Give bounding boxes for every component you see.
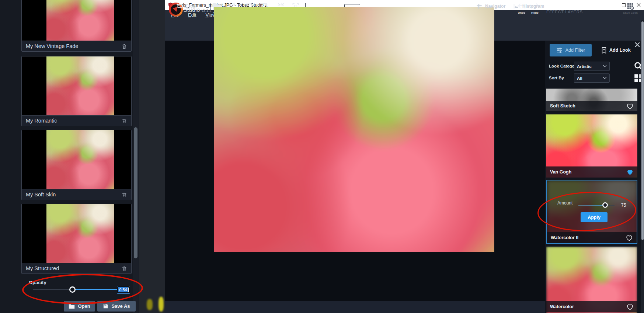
trash-icon[interactable] — [121, 43, 127, 49]
amount-value: 75 — [621, 203, 626, 208]
screen: My New Vintage Fade My Romantic My Soft … — [0, 0, 644, 313]
look-name: Watercolor — [550, 304, 574, 309]
preset-thumbnail[interactable] — [22, 204, 131, 263]
crop-icon — [176, 3, 182, 9]
look-name: Van Gogh — [550, 169, 571, 175]
add-filter-button[interactable]: Add Filter — [550, 44, 592, 56]
navigator-button[interactable]: Navigator — [476, 0, 505, 12]
look-name: Watercolor II — [551, 235, 578, 240]
my-looks-panel: My New Vintage Fade My Romantic My Soft … — [0, 0, 139, 313]
preset-name: My Soft Skin — [26, 192, 56, 197]
preset-card[interactable]: My New Vintage Fade — [21, 0, 132, 52]
save-look-button[interactable]: Save Look — [621, 3, 640, 14]
add-look-label: Add Look — [609, 48, 631, 53]
histogram-button[interactable]: Histogram — [513, 0, 544, 12]
amount-label: Amount — [557, 200, 572, 206]
preset-thumbnail[interactable] — [22, 56, 131, 116]
add-filter-label: Add Filter — [565, 48, 585, 53]
look-item-watercolor-ii[interactable]: Amount 75 Apply Watercolor II — [546, 180, 637, 244]
background-artifact — [147, 299, 153, 310]
background-artifact — [159, 297, 164, 312]
preset-name: My Structured — [26, 265, 59, 271]
heart-icon[interactable] — [626, 303, 634, 310]
apply-label: Apply — [588, 215, 601, 220]
opacity-value-text: 0.54 — [118, 287, 128, 292]
chevron-down-icon — [603, 77, 607, 79]
topaz-studio-window: Paris_Farmers_market.JPG - Topaz Studio … — [165, 0, 644, 313]
heart-icon[interactable] — [626, 103, 634, 109]
save-disk-icon — [103, 303, 108, 309]
preset-thumbnail[interactable] — [22, 130, 131, 189]
bottom-bar: Crop Navigator Histogram — [165, 301, 545, 313]
canvas-area[interactable] — [165, 41, 545, 301]
look-category-value: Artistic — [577, 64, 592, 69]
heart-filled-icon[interactable] — [626, 169, 634, 175]
preset-thumbnail[interactable] — [22, 0, 131, 41]
preset-card[interactable]: My Romantic — [21, 56, 132, 126]
panel-close-button[interactable] — [635, 42, 641, 48]
opacity-slider-track[interactable] — [33, 289, 72, 290]
folder-icon — [69, 304, 75, 309]
histogram-label: Histogram — [522, 4, 544, 9]
save-look-label: Save Look — [623, 11, 638, 14]
desktop-background — [139, 0, 165, 313]
close-icon — [635, 42, 640, 47]
amount-slider-fill[interactable] — [578, 205, 605, 206]
preset-name: My Romantic — [26, 118, 57, 124]
minimize-button[interactable] — [601, 0, 613, 10]
open-button[interactable]: Open — [64, 301, 95, 312]
trash-icon[interactable] — [121, 192, 127, 198]
left-panel-scrollbar-thumb[interactable] — [134, 127, 137, 258]
look-category-dropdown[interactable]: Artistic — [574, 62, 610, 71]
look-item-van-gogh[interactable]: Van Gogh — [546, 114, 637, 178]
canvas-image[interactable] — [214, 41, 494, 252]
preset-card[interactable]: My Structured — [21, 204, 132, 274]
effect-layers-title: EFFECT LAYERS — [546, 10, 583, 14]
navigator-label: Navigator — [485, 4, 505, 9]
sort-by-dropdown[interactable]: All — [574, 73, 610, 83]
save-look-icon — [626, 3, 634, 10]
save-as-button[interactable]: Save As — [97, 301, 136, 312]
apples-thumbnail-image — [46, 0, 114, 41]
preset-card[interactable]: My Soft Skin — [21, 130, 132, 200]
apples-photo — [214, 41, 494, 252]
opacity-value-input[interactable]: 0.54 — [117, 286, 130, 294]
preset-name: My New Vintage Fade — [26, 43, 78, 49]
opacity-slider-fill[interactable] — [72, 289, 117, 290]
crop-button[interactable]: Crop — [176, 0, 196, 12]
right-panel-scrollbar-thumb[interactable] — [641, 21, 644, 240]
heart-icon[interactable] — [626, 234, 633, 241]
crop-label: Crop — [185, 4, 196, 9]
sliders-icon — [556, 48, 563, 53]
open-button-label: Open — [78, 303, 90, 309]
navigator-icon — [476, 3, 482, 9]
save-as-button-label: Save As — [111, 303, 130, 309]
chevron-down-icon — [603, 65, 607, 68]
apply-button[interactable]: Apply — [581, 212, 608, 222]
text-caret — [128, 288, 129, 292]
add-look-icon — [601, 47, 607, 54]
opacity-slider-handle[interactable] — [69, 286, 76, 293]
trash-icon[interactable] — [121, 118, 127, 124]
sort-by-value: All — [577, 76, 582, 80]
opacity-label: Opacity — [29, 280, 46, 285]
minimize-icon — [605, 5, 609, 5]
histogram-icon — [513, 3, 519, 9]
look-item-soft-sketch[interactable]: Soft Sketch — [546, 89, 637, 111]
apples-thumbnail-image — [46, 130, 114, 189]
add-look-button[interactable]: Add Look — [601, 46, 631, 55]
look-name: Soft Sketch — [550, 103, 575, 109]
look-item-watercolor[interactable]: Watercolor — [546, 247, 637, 313]
apples-thumbnail-image — [46, 56, 114, 116]
amount-slider-handle[interactable] — [602, 202, 608, 208]
apples-thumbnail-image — [46, 204, 114, 263]
effect-layers-panel: Add Filter Add Look Look Category Artist… — [545, 41, 644, 313]
sort-by-label: Sort By — [549, 76, 564, 80]
trash-icon[interactable] — [121, 265, 127, 272]
